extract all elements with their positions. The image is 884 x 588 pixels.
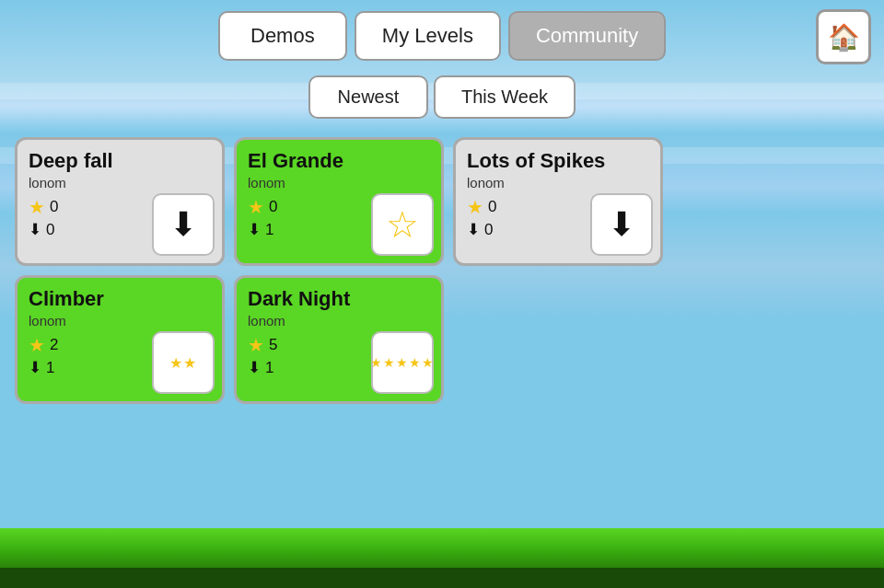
download-icon: ⬇ [248,220,261,239]
newest-button[interactable]: Newest [308,75,428,119]
card-title: El Grande [248,149,432,173]
download-icon: ⬇ [29,358,41,377]
star-outline-icon: ☆ [386,206,419,243]
stars-action[interactable]: ★★★★★ [371,331,434,394]
star-count: 2 [50,336,58,354]
star-icon: ★ [29,334,45,356]
card-deep-fall: Deep fall lonom ★ 0 ⬇ 0 ⬇ [15,137,225,266]
download-icon: ⬇ [29,220,41,239]
star-count: 0 [488,198,496,216]
card-el-grande: El Grande lonom ★ 0 ⬇ 1 ☆ [234,137,444,266]
download-arrow-icon: ⬇ [169,208,197,241]
stars-small-icon: ★★ [169,354,197,372]
demos-button[interactable]: Demos [218,11,347,61]
card-title: Deep fall [29,149,213,173]
star-count: 0 [269,198,277,216]
star-count: 0 [50,198,58,216]
card-author: lonom [29,175,213,190]
download-icon: ⬇ [467,220,480,239]
home-button[interactable]: 🏠 [816,9,871,64]
top-navigation: Demos My Levels Community 🏠 [0,0,884,70]
download-count: 1 [265,221,273,239]
card-author: lonom [248,313,432,329]
card-climber: Climber lonom ★ 2 ⬇ 1 ★★ [15,275,225,404]
this-week-button[interactable]: This Week [434,75,576,119]
stars-action[interactable]: ★★ [152,331,215,394]
download-count: 0 [46,221,54,239]
download-count: 1 [265,359,273,377]
download-arrow-icon: ⬇ [608,208,635,241]
download-count: 0 [484,221,493,239]
card-lots-of-spikes: Lots of Spikes lonom ★ 0 ⬇ 0 ⬇ [453,137,663,266]
community-button[interactable]: Community [508,11,666,61]
star-icon: ★ [29,196,45,218]
stars-row-icon: ★★★★★ [370,355,435,370]
sub-navigation: Newest This Week [0,70,884,132]
card-title: Dark Night [248,287,432,311]
card-author: lonom [248,175,432,190]
home-icon: 🏠 [828,22,860,52]
star-icon: ★ [248,196,264,218]
star-button[interactable]: ☆ [371,193,434,256]
download-count: 1 [46,359,54,377]
card-title: Climber [29,287,213,311]
star-count: 5 [269,336,277,354]
star-icon: ★ [467,196,483,218]
card-title: Lots of Spikes [467,149,651,173]
download-icon: ⬇ [248,358,261,377]
star-icon: ★ [248,334,264,356]
card-dark-night: Dark Night lonom ★ 5 ⬇ 1 ★★★★★ [234,275,444,404]
my-levels-button[interactable]: My Levels [355,11,501,61]
card-author: lonom [467,175,651,190]
cards-grid: Deep fall lonom ★ 0 ⬇ 0 ⬇ El Grande lono… [0,132,884,409]
download-button[interactable]: ⬇ [590,193,653,256]
card-author: lonom [29,313,213,329]
download-button[interactable]: ⬇ [152,193,215,256]
